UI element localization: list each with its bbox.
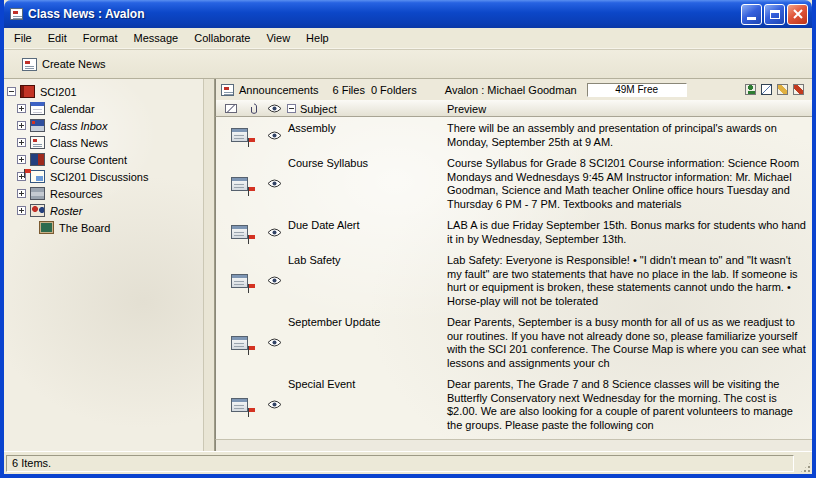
expand-expander[interactable] [17,155,26,164]
close-icon [793,9,803,19]
preview-header-label: Preview [447,103,486,115]
list-bottom-gutter [215,439,812,451]
message-row-due-date-alert[interactable]: Due Date Alert LAB A is due Friday Septe… [216,214,812,249]
menu-message[interactable]: Message [126,30,187,46]
course-content-icon [30,153,45,166]
paperclip-icon [250,103,258,115]
tree-item-discussions[interactable]: SCI201 Discussions [4,168,203,185]
viewed-eye-icon [267,131,282,140]
announcements-icon [221,84,234,96]
tree-item-label: The Board [57,222,112,234]
message-status-icon [225,104,237,113]
column-viewed[interactable] [262,100,286,116]
viewed-eye-icon [267,276,282,285]
menu-edit[interactable]: Edit [40,30,75,46]
menu-file[interactable]: File [6,30,40,46]
tree-item-the-board[interactable]: The Board [4,219,203,236]
draw-icon[interactable] [793,84,804,95]
storage-free-indicator: 49M Free [587,83,687,97]
menu-view[interactable]: View [258,30,298,46]
calendar-icon [30,102,45,115]
expand-expander[interactable] [17,189,26,198]
tree-item-calendar[interactable]: Calendar [4,100,203,117]
message-icon [231,336,248,350]
column-attachment[interactable] [246,100,262,116]
message-icon [231,274,248,288]
roster-icon [30,204,45,217]
toolbar: Create News [4,49,812,79]
pane-header: Announcements 6 Files 0 Folders Avalon :… [215,79,812,100]
status-bar: 6 Items. [4,451,812,474]
message-preview: Lab Safety: Everyone is Responsible! • "… [444,253,812,308]
collapse-all-icon[interactable] [287,104,296,113]
inbox-icon [30,119,45,132]
expand-expander[interactable] [17,104,26,113]
message-subject: Lab Safety [286,253,444,308]
resize-grip[interactable] [799,461,812,474]
tree-item-resources[interactable]: Resources [4,185,203,202]
tree-item-label: Class Inbox [48,120,109,132]
create-news-label: Create News [42,58,106,70]
unread-flag-icon [248,346,255,355]
tree-item-class-inbox[interactable]: Class Inbox [4,117,203,134]
message-subject: September Update [286,315,444,370]
storage-free-label: 49M Free [615,84,658,95]
message-list: Assembly There will be an assembly and p… [215,117,812,439]
menu-format[interactable]: Format [75,30,126,46]
message-row-lab-safety[interactable]: Lab Safety Lab Safety: Everyone is Respo… [216,249,812,311]
message-icon [231,398,248,412]
pane-title: Announcements [239,84,319,96]
message-icon [231,177,248,191]
message-subject: Special Event [286,377,444,432]
minimize-button[interactable] [741,4,762,25]
expand-expander[interactable] [17,121,26,130]
unread-flag-icon [248,408,255,417]
message-icon [231,128,248,142]
message-preview: Course Syllabus for Grade 8 SCI201 Cours… [444,156,812,211]
close-button[interactable] [787,4,808,25]
tree-item-roster[interactable]: Roster [4,202,203,219]
message-row-course-syllabus[interactable]: Course Syllabus Course Syllabus for Grad… [216,152,812,214]
message-list-pane: Announcements 6 Files 0 Folders Avalon :… [215,79,812,451]
column-preview[interactable]: Preview [444,100,812,116]
files-count: 6 Files [333,84,365,96]
tree-item-course-content[interactable]: Course Content [4,151,203,168]
message-preview: Dear parents, The Grade 7 and 8 Science … [444,377,812,432]
tree-item-label: Class News [48,137,110,149]
edit-icon[interactable] [777,84,788,95]
menu-bar: File Edit Format Message Collaborate Vie… [4,28,812,49]
tree-item-label: SCI201 Discussions [48,171,150,183]
viewed-eye-icon [267,338,282,347]
window-title: Class News : Avalon [28,7,739,21]
maximize-button[interactable] [764,4,785,25]
mail-icon[interactable] [761,84,772,95]
conference-icon [20,85,35,98]
tree-item-sci201[interactable]: SCI201 [4,83,203,100]
message-row-assembly[interactable]: Assembly There will be an assembly and p… [216,117,812,152]
tree-item-class-news[interactable]: Class News [4,134,203,151]
menu-help[interactable]: Help [298,30,337,46]
create-news-button[interactable]: Create News [16,55,112,74]
subject-header-label: Subject [300,103,337,115]
message-subject: Course Syllabus [286,156,444,211]
menu-collaborate[interactable]: Collaborate [186,30,258,46]
folders-count: 0 Folders [371,84,417,96]
unread-flag-icon [248,235,255,244]
viewed-eye-icon [267,228,282,237]
unread-flag-icon [24,169,31,178]
discussions-icon [30,170,45,183]
column-subject[interactable]: Subject [286,100,444,116]
pane-splitter[interactable] [203,79,215,451]
expand-expander[interactable] [17,138,26,147]
tree-item-label: SCI201 [38,86,79,98]
connected-users-icon[interactable] [745,84,756,95]
column-header: Subject Preview [215,100,812,117]
create-news-icon [22,58,37,71]
board-icon [39,221,54,234]
message-row-september-update[interactable]: September Update Dear Parents, September… [216,311,812,373]
app-icon [10,8,23,20]
message-row-special-event[interactable]: Special Event Dear parents, The Grade 7 … [216,373,812,435]
column-status[interactable] [216,100,246,116]
expand-expander[interactable] [17,206,26,215]
collapse-expander[interactable] [7,87,16,96]
